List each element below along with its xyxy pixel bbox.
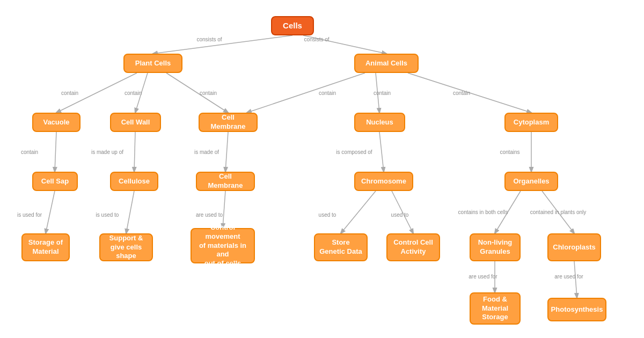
edge-label-19: contained in plants only (530, 209, 587, 215)
svg-line-6 (247, 73, 365, 113)
node-photosyn: Photosynthesis (547, 298, 606, 321)
node-vacuole: Vacuole (32, 113, 80, 132)
node-plantCells: Plant Cells (123, 54, 182, 73)
node-supportShape: Support & give cells shape (99, 233, 153, 261)
edge-label-12: contains (500, 149, 519, 155)
edge-label-3: contain (125, 90, 142, 96)
node-nonLiving: Non-living Granules (470, 233, 521, 261)
node-organelles: Organelles (504, 172, 558, 191)
svg-line-8 (55, 132, 56, 172)
node-animalCells: Animal Cells (354, 54, 419, 73)
node-controlCell: Control Cell Activity (386, 233, 440, 261)
node-cellWall: Cell Wall (110, 113, 161, 132)
concept-map: CellsPlant CellsAnimal CellsVacuoleCell … (0, 0, 644, 338)
node-cells: Cells (271, 16, 314, 35)
svg-line-16 (341, 191, 376, 233)
edge-label-16: used to (319, 212, 336, 218)
edge-label-21: are used for (554, 274, 583, 280)
connector-lines (0, 0, 644, 338)
edge-label-9: is made up of (91, 149, 123, 155)
svg-line-0 (153, 35, 292, 54)
node-cellulose: Cellulose (110, 172, 158, 191)
node-storageMat: Storage of Material (21, 233, 70, 261)
node-cellMembrane: Cell Membrane (199, 113, 258, 132)
node-chromosome: Chromosome (354, 172, 413, 191)
edge-label-20: are used for (469, 274, 497, 280)
edge-label-1: consists of (304, 36, 329, 42)
edge-label-5: contain (319, 90, 336, 96)
node-cytoplasm: Cytoplasm (504, 113, 558, 132)
svg-line-4 (166, 73, 228, 113)
edge-label-14: is used to (96, 212, 119, 218)
node-storeGenetic: Store Genetic Data (314, 233, 368, 261)
edge-label-11: is composed of (336, 149, 372, 155)
edge-label-8: contain (21, 149, 38, 155)
edge-label-17: used to (391, 212, 409, 218)
edge-label-2: contain (61, 90, 78, 96)
svg-line-15 (223, 191, 225, 228)
node-nucleus: Nucleus (354, 113, 405, 132)
svg-line-13 (46, 191, 55, 233)
edge-label-0: consists of (196, 36, 222, 42)
edge-label-4: contain (200, 90, 217, 96)
svg-line-14 (126, 191, 134, 233)
node-controlMove: Control movement of materials in and out… (191, 228, 255, 263)
edge-label-6: contain (374, 90, 391, 96)
node-foodStorage: Food & Material Storage (470, 292, 521, 325)
svg-line-21 (574, 261, 577, 298)
edge-label-13: is used for (17, 212, 42, 218)
edge-label-15: are used to (196, 212, 223, 218)
node-cellSap: Cell Sap (32, 172, 78, 191)
node-chloroplasts: Chloroplasts (547, 233, 601, 261)
edge-label-10: is made of (194, 149, 219, 155)
edge-label-7: contain (453, 90, 470, 96)
node-cellMem2: Cell Membrane (196, 172, 255, 191)
edge-label-18: contains in both cells (458, 209, 508, 215)
svg-line-11 (379, 132, 384, 172)
svg-line-10 (225, 132, 228, 172)
svg-line-9 (134, 132, 135, 172)
